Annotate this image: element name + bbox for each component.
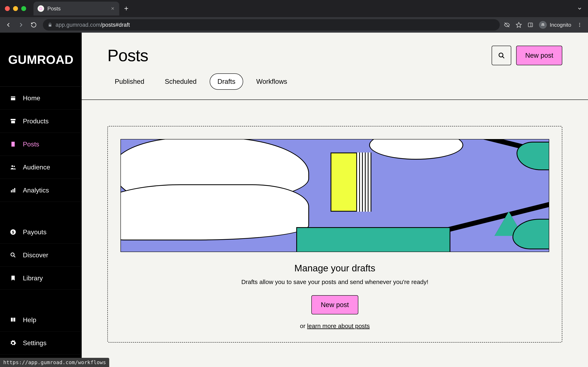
window-controls: [5, 6, 26, 11]
profile-incognito[interactable]: Incognito: [539, 21, 571, 29]
sidebar-spacer: [0, 202, 82, 221]
svg-point-8: [579, 26, 580, 27]
tab-workflows[interactable]: Workflows: [249, 73, 295, 90]
sidebar-item-label: Payouts: [23, 228, 47, 236]
people-icon: [9, 164, 17, 170]
tab-title: Posts: [47, 6, 108, 12]
tracking-protection-icon[interactable]: [504, 22, 510, 28]
empty-new-post-button[interactable]: New post: [311, 295, 358, 314]
sidebar-item-settings[interactable]: Settings: [0, 332, 82, 355]
header-actions: New post: [492, 46, 562, 65]
tab-published[interactable]: Published: [107, 73, 152, 90]
sidebar: GUMROAD Home Products Posts Audience Ana…: [0, 33, 82, 367]
address-bar[interactable]: app.gumroad.com/posts#draft: [43, 19, 500, 31]
tab-drafts[interactable]: Drafts: [210, 73, 243, 90]
brand-logo[interactable]: GUMROAD: [0, 33, 82, 87]
tab-scheduled[interactable]: Scheduled: [157, 73, 204, 90]
sidebar-item-label: Discover: [23, 251, 48, 259]
browser-status-bar: https://app.gumroad.com/workflows: [0, 358, 109, 367]
browser-chrome: G Posts × + app.gumroad.com/posts#draft …: [0, 0, 588, 33]
svg-rect-2: [528, 23, 533, 27]
sidebar-item-posts[interactable]: Posts: [0, 133, 82, 156]
app-root: GUMROAD Home Products Posts Audience Ana…: [0, 33, 588, 367]
new-post-label: New post: [525, 52, 553, 59]
sidebar-item-discover[interactable]: Discover: [0, 244, 82, 267]
search-button[interactable]: [492, 46, 511, 65]
archive-icon: [9, 118, 17, 124]
chart-icon: [9, 187, 17, 193]
bookmark-icon: [9, 275, 17, 281]
browser-forward-button[interactable]: [16, 20, 26, 30]
svg-rect-13: [14, 188, 15, 192]
sidebar-item-label: Products: [23, 117, 49, 125]
window-maximize-button[interactable]: [21, 6, 26, 11]
sidebar-item-library[interactable]: Library: [0, 267, 82, 290]
main-content: Posts New post Published Scheduled Draft…: [82, 33, 588, 367]
window-close-button[interactable]: [5, 6, 10, 11]
new-tab-button[interactable]: +: [124, 5, 129, 12]
browser-toolbar: app.gumroad.com/posts#draft Incognito: [0, 17, 588, 33]
lock-icon: [48, 23, 52, 27]
page-title: Posts: [107, 46, 148, 65]
svg-line-17: [14, 256, 15, 257]
sidebar-item-label: Help: [23, 316, 36, 324]
svg-point-6: [579, 23, 580, 24]
dollar-icon: $: [9, 229, 17, 235]
incognito-icon: [539, 21, 547, 29]
tab-close-button[interactable]: ×: [111, 6, 114, 11]
home-icon: [9, 95, 17, 101]
new-post-button[interactable]: New post: [516, 46, 562, 65]
book-icon: [9, 317, 17, 323]
sidebar-item-label: Analytics: [23, 187, 49, 194]
sidebar-item-home[interactable]: Home: [0, 87, 82, 110]
empty-heading: Manage your drafts: [121, 263, 549, 274]
browser-tab[interactable]: G Posts ×: [34, 2, 119, 16]
page-header: Posts New post: [82, 33, 588, 73]
search-icon: [9, 252, 17, 258]
sidebar-item-label: Home: [23, 94, 40, 102]
posts-icon: [9, 141, 17, 147]
sidebar-item-products[interactable]: Products: [0, 110, 82, 133]
tab-favicon: G: [38, 5, 44, 12]
gear-icon: [9, 340, 17, 346]
svg-rect-11: [11, 190, 12, 192]
sidebar-spacer: [0, 290, 82, 309]
sidebar-item-analytics[interactable]: Analytics: [0, 179, 82, 202]
svg-point-16: [11, 253, 14, 256]
tab-strip: G Posts × +: [0, 0, 588, 17]
svg-point-10: [13, 166, 15, 167]
svg-point-7: [579, 25, 580, 25]
svg-line-19: [502, 57, 504, 58]
svg-text:$: $: [12, 230, 14, 234]
bookmark-star-icon[interactable]: [516, 22, 522, 28]
sidebar-nav: Home Products Posts Audience Analytics $: [0, 87, 82, 355]
incognito-label: Incognito: [550, 22, 571, 28]
svg-point-18: [499, 53, 503, 57]
svg-point-5: [543, 25, 544, 26]
sidebar-item-audience[interactable]: Audience: [0, 156, 82, 179]
empty-state-wrap: Manage your drafts Drafts allow you to s…: [82, 100, 588, 342]
sidebar-item-label: Posts: [23, 141, 39, 148]
empty-state-card: Manage your drafts Drafts allow you to s…: [107, 126, 562, 342]
svg-point-4: [541, 25, 543, 26]
side-panel-icon[interactable]: [527, 22, 533, 28]
browser-back-button[interactable]: [3, 20, 13, 30]
sidebar-item-help[interactable]: Help: [0, 309, 82, 332]
address-text: app.gumroad.com/posts#draft: [56, 22, 130, 28]
window-minimize-button[interactable]: [13, 6, 18, 11]
tabs-dropdown-button[interactable]: [577, 6, 582, 11]
sidebar-item-label: Library: [23, 275, 43, 282]
empty-learn-more-row: or learn more about posts: [121, 323, 549, 329]
search-icon: [498, 52, 505, 59]
browser-reload-button[interactable]: [29, 20, 39, 30]
sidebar-item-label: Settings: [23, 339, 47, 347]
svg-point-9: [11, 165, 13, 167]
empty-state-illustration: [121, 139, 549, 252]
empty-subheading: Drafts allow you to save your posts and …: [121, 278, 549, 285]
sidebar-item-payouts[interactable]: $ Payouts: [0, 221, 82, 244]
svg-marker-1: [516, 22, 521, 27]
sidebar-item-label: Audience: [23, 164, 50, 171]
svg-rect-12: [12, 189, 13, 192]
browser-menu-button[interactable]: [577, 22, 582, 27]
learn-more-link[interactable]: learn more about posts: [307, 323, 370, 329]
